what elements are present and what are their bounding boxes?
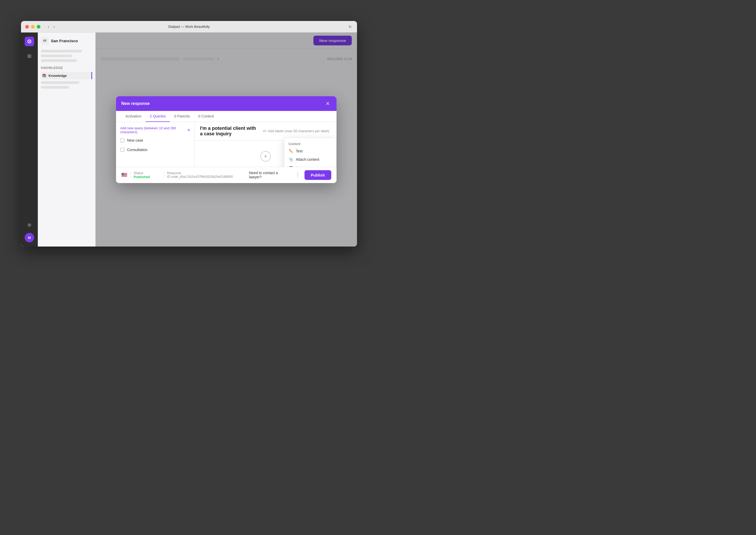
user-avatar[interactable]: M [25,233,34,242]
active-indicator [91,72,92,79]
query-checkbox-2[interactable] [120,148,124,152]
org-name: San Francisco [51,39,78,43]
main-area: New response 1 04/11/2020 11:19 New resp… [96,33,357,246]
query-label-1: New case [127,138,143,142]
query-item-2: Consultation [120,147,190,153]
skeleton-2 [41,55,72,57]
dropdown-item-image[interactable]: 🖼 Image [284,164,336,167]
settings-icon[interactable] [25,220,34,230]
tab-parents[interactable]: 0 Parents [170,111,194,122]
add-content-button[interactable]: + [260,151,271,161]
sidebar: M [21,33,38,246]
svg-rect-4 [28,57,31,58]
tab-queries[interactable]: 2 Queries [146,111,170,122]
attach-content-label: Attach content [296,157,319,161]
modal-body: Add new query (between 10 and 280 charac… [116,122,337,167]
query-checkbox-1[interactable] [120,138,124,142]
skeleton-3 [41,59,77,62]
text-icon: ✏️ [288,149,293,153]
text-label: Text [296,149,303,153]
traffic-lights [25,25,41,29]
skeleton-5 [41,86,69,89]
image-label: Image [296,166,306,167]
skeleton-1 [41,50,82,52]
label-icon: 🏷 [263,129,266,133]
svg-rect-2 [28,55,31,55]
modal-footer: 🇺🇸 Status Published Response ID node_b5a… [116,167,337,183]
image-icon: 🖼 [288,166,293,167]
query-label-2: Consultation [127,148,147,152]
add-query-text: Add new query (between 10 and 280 charac… [120,126,187,134]
add-label-text: Add labels (max 50 characters per label) [268,129,329,133]
new-response-modal: New response ✕ Activation 2 Queries 0 Pa… [116,96,337,183]
response-title: I'm a potential client with a case inqui… [200,126,258,137]
modal-overlay: New response ✕ Activation 2 Queries 0 Pa… [96,33,357,246]
tab-activation[interactable]: Activation [121,111,146,122]
knowledge-section-label: Knowledge [41,66,92,70]
add-query-row[interactable]: Add new query (between 10 and 280 charac… [120,126,190,134]
footer-divider-2 [164,172,164,178]
nav-arrows: ‹ › [46,24,56,30]
modal-title: New response [121,101,150,106]
reload-icon[interactable]: ↻ [348,25,352,29]
knowledge-label: Knowledge [48,74,67,78]
sidebar-logo[interactable] [25,37,34,46]
modal-right-panel: I'm a potential client with a case inqui… [195,122,337,167]
publish-button[interactable]: Publish [305,170,331,180]
footer-divider-1 [130,172,131,178]
skeleton-4 [41,81,79,84]
add-label-button[interactable]: 🏷 Add labels (max 50 characters per labe… [261,128,331,134]
app-window: ‹ › Dialpad — Work Beautifully ↻ [21,21,357,246]
app-body: M SF San Francisco Knowledge 📚 Knowledge [21,33,357,246]
footer-response-id: Response ID node_b5a17d15c437f6fc0520b25… [167,171,243,179]
left-panel: SF San Francisco Knowledge 📚 Knowledge [38,33,96,246]
modal-tabs: Activation 2 Queries 0 Parents 0 Context [116,111,337,122]
add-query-plus-icon[interactable]: + [187,127,190,133]
tab-context[interactable]: 0 Context [194,111,218,122]
dropdown-item-text[interactable]: ✏️ Text [284,147,336,155]
query-item-1: New case [120,137,190,143]
content-section-label: Content [284,140,336,147]
back-button[interactable]: ‹ [46,24,51,30]
footer-more-options[interactable]: ⋮ [294,171,301,179]
window-title: Dialpad — Work Beautifully [168,25,210,29]
forward-button[interactable]: › [52,24,56,30]
org-badge: SF [41,37,49,44]
close-button[interactable] [25,25,29,29]
modal-close-button[interactable]: ✕ [324,100,331,107]
footer-cta-text: Need to contact a lawyer? [249,171,289,179]
svg-point-5 [29,224,30,226]
title-bar: ‹ › Dialpad — Work Beautifully ↻ [21,21,357,33]
dropdown-item-attach-content[interactable]: 📎 Attach content [284,155,336,164]
minimize-button[interactable] [31,25,35,29]
flag-icon: 🇺🇸 [121,172,127,178]
sidebar-item-home[interactable] [25,51,34,61]
svg-rect-3 [28,56,31,56]
footer-status-value: Published [134,175,150,179]
modal-left-panel: Add new query (between 10 and 280 charac… [116,122,195,167]
svg-point-1 [29,41,30,42]
attach-content-icon: 📎 [288,157,293,161]
footer-status-label: Status Published [134,171,161,179]
content-dropdown-menu: Content ✏️ Text 📎 Attach content [284,138,337,167]
modal-header: New response ✕ [116,96,337,111]
maximize-button[interactable] [37,25,41,29]
